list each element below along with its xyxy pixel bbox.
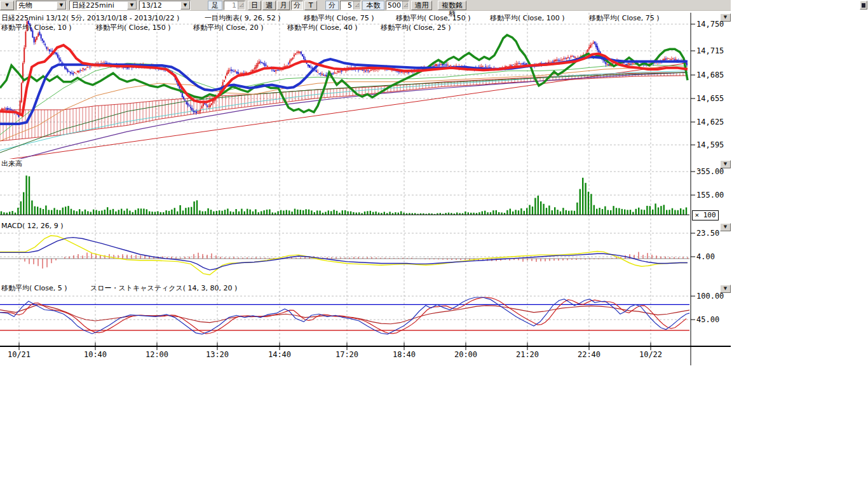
y-axis-tick-label: 14,625	[696, 118, 724, 126]
chevron-down-icon[interactable]: ▼	[127, 1, 137, 10]
bar-count-value: 500	[386, 1, 402, 10]
spinner-icon[interactable]: ◿	[238, 1, 245, 10]
window-icon	[862, 3, 865, 8]
legend-item: 移動平均( Close, 75 )	[304, 13, 374, 23]
y-axis-tick-label: 4.00	[696, 252, 715, 261]
toolbar: ▼ 先物 ▼ 日経225mini ▼ 13/12 ▼ 足 1 ◿ 日 週 月 分…	[0, 0, 731, 11]
bar-count-label: 本数	[362, 1, 384, 10]
bar-interval-stepper[interactable]: 1 ◿	[224, 1, 245, 10]
y-axis-tick-label: 14,655	[696, 94, 724, 103]
volume-pane-label: 出来高	[1, 159, 22, 168]
y-axis-tick-label: 355.00	[696, 167, 724, 176]
symbol-value: 日経225mini	[70, 1, 127, 10]
macd-pane-dropdown-button[interactable]: ▼	[720, 223, 731, 231]
window-control-button[interactable]	[860, 1, 867, 10]
spinner-icon[interactable]: ◿	[353, 1, 360, 10]
y-axis-tick-label: 23.50	[696, 229, 719, 238]
x-axis-tick-label: 22:40	[578, 350, 600, 359]
x-axis-tick-label: 20:00	[454, 350, 477, 359]
category-combobox[interactable]: 先物 ▼	[16, 1, 67, 10]
y-axis-tick-label: 14,715	[696, 46, 724, 55]
legend-item: 移動平均( Close, 150 )	[96, 23, 171, 32]
chevron-down-icon[interactable]: ▼	[57, 1, 66, 10]
legend-item: 移動平均( Close, 40 )	[287, 23, 358, 32]
x-axis-tick-label: 12:00	[146, 350, 168, 359]
contract-value: 13/12	[140, 1, 180, 10]
y-axis-tick-label: 14,685	[696, 71, 724, 79]
macd-pane	[0, 236, 689, 275]
x-axis-tick-label: 21:20	[516, 350, 539, 359]
y-axis-tick-label: 14,595	[696, 140, 724, 149]
x-axis-tick-label: 17:20	[336, 350, 358, 359]
legend-item: 移動平均( Close, 10 )	[1, 23, 72, 32]
x-axis-tick-label: 18:40	[393, 350, 416, 359]
period-tick-button[interactable]: T	[304, 1, 317, 10]
x-axis-tick-label: 10:40	[84, 350, 107, 359]
chevron-down-icon[interactable]: ▼	[180, 1, 190, 10]
toolbar-mini-dropdown-button[interactable]: ▼	[0, 1, 14, 10]
y-axis-tick-label: 100.00	[696, 292, 724, 301]
legend-item: 日経225mini 13/12( 5分, 2013/10/18 - 2013/1…	[1, 13, 179, 23]
stoch-ma-label: 移動平均( Close, 5 )	[1, 283, 67, 293]
contract-combobox[interactable]: 13/12 ▼	[139, 1, 191, 10]
minute-value: 5	[341, 1, 353, 10]
period-week-button[interactable]: 週	[262, 1, 276, 10]
multi-symbol-button[interactable]: 複数銘柄	[438, 1, 466, 10]
legend-item: 一目均衡表( 9, 26, 52 )	[205, 13, 281, 23]
volume-multiplier-badge: × 100	[692, 210, 719, 220]
x-axis-tick-label: 10/22	[639, 350, 662, 359]
legend-item: 移動平均( Close, 75 )	[589, 13, 660, 23]
period-minute-button[interactable]: 分	[291, 1, 303, 10]
x-axis-tick-label: 13:20	[206, 350, 229, 359]
legend-item: 移動平均( Close, 25 )	[381, 23, 451, 32]
legend-item: 移動平均( Close, 100 )	[490, 13, 565, 23]
minute-label: 分	[325, 1, 339, 10]
macd-pane-label: MACD( 12, 26, 9 )	[1, 222, 64, 230]
y-axis-tick-label: 155.00	[696, 191, 724, 200]
minute-stepper[interactable]: 5 ◿	[340, 1, 361, 10]
stochastics-pane-label: スロー・ストキャスティクス( 14, 3, 80, 20 )	[90, 283, 237, 293]
legend-item: 移動平均( Close, 20 )	[193, 23, 264, 32]
symbol-combobox[interactable]: 日経225mini ▼	[69, 1, 137, 10]
main-price-pane	[0, 19, 688, 164]
bar-type-label: 足	[208, 1, 222, 10]
period-day-button[interactable]: 日	[248, 1, 261, 10]
stochastics-pane	[0, 297, 689, 334]
chart-canvas	[0, 0, 868, 488]
spinner-icon[interactable]: ◿	[402, 1, 409, 10]
apply-button[interactable]: 適用	[411, 1, 432, 10]
x-axis-tick-label: 14:40	[268, 350, 291, 359]
y-axis-tick-label: 45.00	[696, 315, 719, 324]
legend-item: 移動平均( Close, 150 )	[396, 13, 471, 23]
x-axis-tick-label: 10/21	[8, 350, 31, 359]
y-axis-tick-label: 14,750	[696, 20, 724, 29]
bar-interval-value: 1	[224, 1, 238, 10]
period-month-button[interactable]: 月	[277, 1, 290, 10]
bar-count-stepper[interactable]: 500 ◿	[386, 1, 409, 10]
category-value: 先物	[17, 1, 57, 10]
